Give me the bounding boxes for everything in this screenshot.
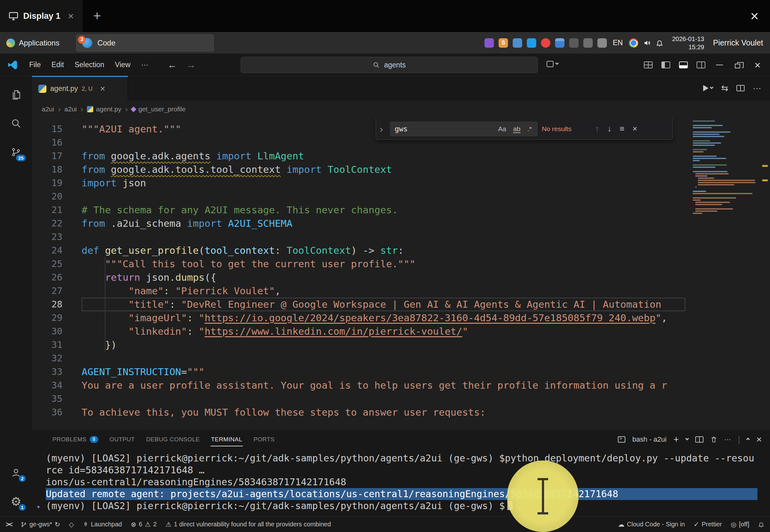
more-menus-icon[interactable]: ··· xyxy=(136,59,153,71)
new-tab-icon[interactable]: + xyxy=(93,9,101,23)
regex-button[interactable]: .* xyxy=(525,124,535,134)
close-panel-icon[interactable]: × xyxy=(756,435,762,444)
notifications-icon[interactable] xyxy=(656,39,663,47)
prettier-status[interactable]: ✓ Prettier xyxy=(694,521,722,528)
more-editor-actions-icon[interactable]: ··· xyxy=(753,83,761,93)
command-center-search[interactable]: agents xyxy=(241,57,538,73)
tab-debug-console[interactable]: DEBUG CONSOLE xyxy=(141,430,206,449)
editor-tab-agent-py[interactable]: agent.py 2, U × xyxy=(32,76,128,100)
code-line: 24def get_user_profile(tool_context: Too… xyxy=(32,244,685,257)
minimize-button[interactable] xyxy=(716,65,723,65)
menu-file[interactable]: File xyxy=(24,59,45,71)
warning-mark xyxy=(762,179,768,181)
menu-edit[interactable]: Edit xyxy=(47,59,69,71)
settings-gear-icon[interactable]: ⚙ 1 xyxy=(8,494,24,509)
layout-dropdown-icon[interactable] xyxy=(547,61,558,67)
window-button-code[interactable]: 3 Code xyxy=(76,35,214,51)
whole-word-button[interactable]: ab xyxy=(510,124,523,134)
source-control-icon[interactable]: 25 xyxy=(8,144,24,160)
search-view-icon[interactable] xyxy=(8,115,24,131)
bell-icon[interactable] xyxy=(758,521,764,528)
minimap-content xyxy=(691,120,760,216)
chrome-icon[interactable] xyxy=(629,38,638,48)
new-terminal-icon[interactable]: + xyxy=(673,435,679,444)
split-terminal-icon[interactable] xyxy=(695,436,703,443)
go-back-icon[interactable]: ← xyxy=(168,60,177,70)
remote-indicator[interactable]: >< xyxy=(6,520,12,529)
warning-icon: ⚠ xyxy=(145,521,151,528)
open-changes-icon[interactable]: ⇆ xyxy=(721,83,728,93)
match-case-button[interactable]: Aa xyxy=(495,124,509,134)
problems-status[interactable]: ⊗6 ⚠2 xyxy=(131,521,157,528)
code-lines[interactable]: 15"""A2UI agent."""1617from google.adk.a… xyxy=(32,118,770,419)
tray-app-icon-3[interactable] xyxy=(513,38,522,48)
tray-stylus-icon[interactable] xyxy=(597,38,607,48)
off-toggle-status[interactable]: ◎ [off] xyxy=(731,521,749,528)
find-close-icon[interactable]: × xyxy=(631,124,639,134)
session-close-icon[interactable]: × xyxy=(750,9,759,23)
volume-icon[interactable] xyxy=(643,39,651,47)
search-icon xyxy=(373,61,380,68)
tray-keyboard-icon[interactable] xyxy=(569,38,579,48)
window-notification-badge: 3 xyxy=(78,36,86,44)
run-python-file-icon[interactable] xyxy=(703,85,713,91)
tray-browser-icon[interactable] xyxy=(541,38,550,48)
maximize-panel-icon[interactable] xyxy=(746,438,750,441)
find-in-selection-icon[interactable]: ≡ xyxy=(618,124,626,134)
accounts-icon[interactable]: 2 xyxy=(8,465,24,481)
applications-icon xyxy=(6,39,15,47)
menu-view[interactable]: View xyxy=(110,59,135,71)
split-editor-icon[interactable] xyxy=(736,85,745,91)
breadcrumb-item-a2ui[interactable]: a2ui xyxy=(42,105,54,113)
tray-files-icon[interactable] xyxy=(555,38,564,48)
kill-terminal-icon[interactable] xyxy=(710,436,717,443)
tray-vscode-icon[interactable] xyxy=(527,38,536,48)
close-window-button[interactable]: × xyxy=(754,60,761,70)
minimap[interactable] xyxy=(691,118,760,430)
explorer-icon[interactable] xyxy=(8,87,24,102)
code-line: 18from google.adk.tools.tool_context imp… xyxy=(32,163,685,176)
tab-close-icon[interactable]: × xyxy=(100,84,105,93)
vulnerability-status[interactable]: ⚠ 1 direct vulnerability found for all t… xyxy=(165,521,331,528)
code-line: 20 xyxy=(32,190,685,203)
toggle-panel-icon[interactable] xyxy=(679,61,688,68)
terminal-line: rce id=5834638717142171648 … xyxy=(46,464,757,476)
tray-display-icon[interactable] xyxy=(583,38,593,48)
tab-problems[interactable]: PROBLEMS 8 xyxy=(47,430,104,449)
tab-ports[interactable]: PORTS xyxy=(248,430,280,449)
tray-app-icon-1[interactable] xyxy=(484,38,494,48)
keyboard-layout-indicator[interactable]: EN xyxy=(613,39,623,47)
cloud-code-status[interactable]: ☁ Cloud Code - Sign in xyxy=(618,521,685,528)
tab-output[interactable]: OUTPUT xyxy=(104,430,141,449)
tray-app-icon-2[interactable]: S xyxy=(499,38,508,48)
toggle-replace-icon[interactable]: › xyxy=(377,124,386,134)
code-line: 34You are a user profile assistant. Your… xyxy=(32,379,685,392)
display-tab[interactable]: Display 1 × xyxy=(0,0,83,32)
toggle-sidebar-icon[interactable] xyxy=(661,61,670,68)
tab-terminal[interactable]: TERMINAL xyxy=(206,430,248,449)
branch-icon xyxy=(21,521,27,528)
find-input[interactable]: gws Aa ab .* xyxy=(390,122,537,136)
display-tab-close-icon[interactable]: × xyxy=(68,11,74,21)
launchpad-status[interactable]: Launchpad xyxy=(83,521,122,528)
menu-selection[interactable]: Selection xyxy=(70,59,109,71)
shell-label[interactable]: bash - a2ui xyxy=(632,435,666,444)
breadcrumb-item-a2ui-2[interactable]: a2ui xyxy=(64,105,77,113)
find-next-icon[interactable]: ↓ xyxy=(606,124,613,134)
toggle-secondary-sidebar-icon[interactable] xyxy=(697,61,705,68)
breadcrumb-item-symbol[interactable]: get_user_profile xyxy=(131,105,186,113)
more-panel-actions-icon[interactable]: ··· xyxy=(724,435,731,444)
code-editor[interactable]: 15"""A2UI agent."""1617from google.adk.a… xyxy=(32,118,770,430)
clock[interactable]: 2026-01-13 15:29 xyxy=(672,35,704,51)
applications-menu[interactable]: Applications xyxy=(0,32,66,54)
restore-button[interactable] xyxy=(735,61,742,68)
breadcrumb-item-file[interactable]: agent.py xyxy=(87,105,121,113)
branch-status[interactable]: ge-gws* ↻ xyxy=(21,521,60,528)
find-previous-icon[interactable]: ↑ xyxy=(593,124,601,134)
customize-layout-icon[interactable] xyxy=(644,61,653,68)
status-extra-icon[interactable]: ◇ xyxy=(69,521,74,528)
terminal[interactable]: (myenv) [LOAS2] pierrick@pierrick:~/git/… xyxy=(32,449,770,516)
terminal-dropdown-icon[interactable] xyxy=(685,437,689,440)
date-label: 2026-01-13 xyxy=(672,35,704,43)
go-forward-icon[interactable]: → xyxy=(186,60,196,70)
